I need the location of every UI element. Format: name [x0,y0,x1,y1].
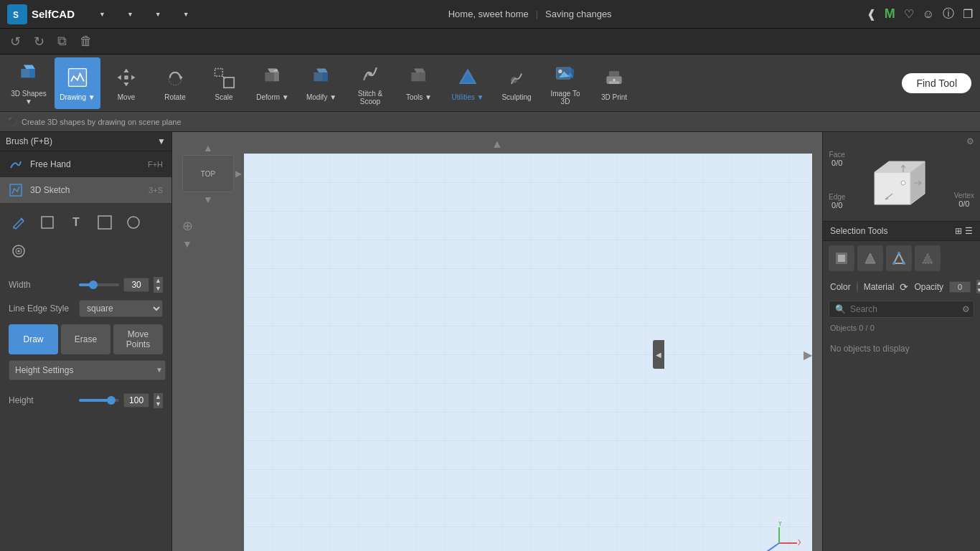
collapse-button[interactable]: ◀ [653,340,664,369]
width-slider-container: ▲ ▼ [79,277,163,293]
svg-text:X: X [798,539,801,547]
toolbar: 3D Shapes ▼ Drawing ▼ Move Rotate Scale … [0,55,980,112]
move-points-button[interactable]: Move Points [113,324,163,354]
3d-print-icon [601,65,627,90]
left-panel: Brush (F+B) ▼ Free Hand F+H 3D Sketch 3+… [0,132,172,551]
tool-label: Rotate [164,93,185,101]
opacity-decrement[interactable]: ▼ [976,287,980,294]
menu-settings[interactable]: ▼ [177,11,194,18]
height-input[interactable] [123,393,149,408]
saving-status: Saving changes [545,9,612,19]
width-increment[interactable]: ▲ [154,277,163,285]
rect-tool[interactable] [34,209,60,235]
svg-rect-9 [224,77,234,88]
canvas-area[interactable]: ▲ TOP ▶ ▼ ⊕ ▼ ▲ ▼ [172,132,822,551]
3d-sketch-item[interactable]: 3D Sketch 3+S [0,177,171,203]
bell-icon[interactable]: ♡ [904,7,914,21]
brush-selector[interactable]: Brush (F+B) ▼ [0,132,171,151]
search-input[interactable] [850,304,958,314]
svg-marker-52 [865,253,875,263]
circle-tool[interactable] [121,209,146,235]
freehand-item[interactable]: Free Hand F+H [0,151,171,177]
tool-move[interactable]: Move [103,57,149,109]
redo-button[interactable]: ↻ [31,32,47,51]
drawing-icon [65,65,90,90]
search-settings-icon[interactable]: ⚙ [962,304,970,314]
view-expand-arrow[interactable]: ▶ [235,169,242,179]
tool-label: Sculpting [501,93,531,101]
info-icon[interactable]: ⓘ [943,6,954,22]
tool-3d-print[interactable]: 3D Print [591,57,637,109]
line-edge-select[interactable]: square round butt [79,300,163,317]
drawing-dropdown: Free Hand F+H 3D Sketch 3+S [0,151,171,204]
tool-label: 3D Shapes ▼ [9,90,49,105]
square-tool[interactable] [92,209,118,235]
face-edge-vertex-area: Face 0/0 Edge 0/0 [823,151,980,221]
face-item: Face 0/0 [829,151,845,167]
pencil-tool[interactable] [6,209,32,235]
delete-button[interactable]: 🗑 [77,32,95,50]
height-decrement[interactable]: ▼ [154,400,163,408]
color-dot[interactable] [857,281,858,293]
svg-rect-17 [411,72,420,81]
search-icon: 🔍 [835,304,846,314]
height-increment[interactable]: ▲ [154,393,163,401]
settings-icon[interactable]: ⚙ [966,136,974,146]
line-edge-label: Line Edge Style [9,303,73,314]
tool-image-to-3d[interactable]: Image To 3D [542,57,588,109]
target-tool[interactable] [6,238,32,264]
nav-up-arrow[interactable]: ▲ [203,142,213,154]
svg-point-24 [558,69,562,72]
tool-rotate[interactable]: Rotate [152,57,198,109]
m-icon[interactable]: M [885,6,895,22]
tool-stitch[interactable]: Stitch & Scoop [347,57,393,109]
text-tool[interactable]: T [63,209,89,235]
freehand-label: Free Hand [30,159,71,169]
face-select-tool[interactable] [857,245,883,271]
tool-modify[interactable]: Modify ▼ [298,57,344,109]
object-select-tool[interactable] [829,245,854,271]
compass-down-arrow[interactable]: ▼ [182,238,192,250]
opacity-input[interactable] [949,281,971,293]
tool-deform[interactable]: Deform ▼ [250,57,296,109]
share-icon[interactable]: ❰ [867,7,876,21]
tool-tools[interactable]: Tools ▼ [396,57,442,109]
copy-button[interactable]: ⧉ [55,32,70,50]
grid-viewport[interactable] [244,154,812,551]
height-slider[interactable] [79,399,119,402]
tool-sculpting[interactable]: Sculpting [494,57,540,109]
image-to-3d-icon [552,61,578,87]
height-settings-dropdown: Height Settings ▼ [9,360,163,380]
tool-drawing[interactable]: Drawing ▼ [55,57,100,109]
fev-labels: Face 0/0 Edge 0/0 [829,151,845,209]
right-panel: ⚙ Face 0/0 Edge 0/0 [822,132,980,551]
user-icon[interactable]: ☺ [923,8,934,21]
find-tool-button[interactable]: Find Tool [902,73,971,93]
svg-point-22 [511,77,517,83]
undo-button[interactable]: ↺ [7,32,24,51]
tool-3d-shapes[interactable]: 3D Shapes ▼ [6,57,52,109]
compass-icon[interactable]: ⊕ [182,218,193,234]
width-slider[interactable] [79,283,119,286]
edge-select-tool[interactable] [886,245,912,271]
logo-area[interactable]: S SelfCAD [7,4,75,24]
tool-scale[interactable]: Scale [201,57,247,109]
face-label: Face [829,151,845,159]
width-input[interactable] [123,278,149,292]
menu-file[interactable]: ▼ [93,11,110,18]
nav-down-arrow[interactable]: ▼ [203,194,213,205]
brush-chevron: ▼ [157,136,166,146]
height-settings-select[interactable]: Height Settings [9,360,166,380]
draw-button[interactable]: Draw [9,324,58,354]
opacity-increment[interactable]: ▲ [976,280,980,287]
canvas-top-arrow[interactable]: ▲ [491,138,503,151]
canvas-right-arrow[interactable]: ▶ [804,348,812,362]
menu-edit[interactable]: ▼ [121,11,138,18]
tool-utilities[interactable]: Utilities ▼ [445,57,491,109]
vertex-select-tool[interactable] [915,245,941,271]
menu-view[interactable]: ▼ [149,11,166,18]
width-decrement[interactable]: ▼ [154,285,163,293]
fullscreen-icon[interactable]: ❐ [963,7,973,21]
erase-button[interactable]: Erase [61,324,110,354]
top-view-box[interactable]: TOP ▶ [182,155,234,192]
